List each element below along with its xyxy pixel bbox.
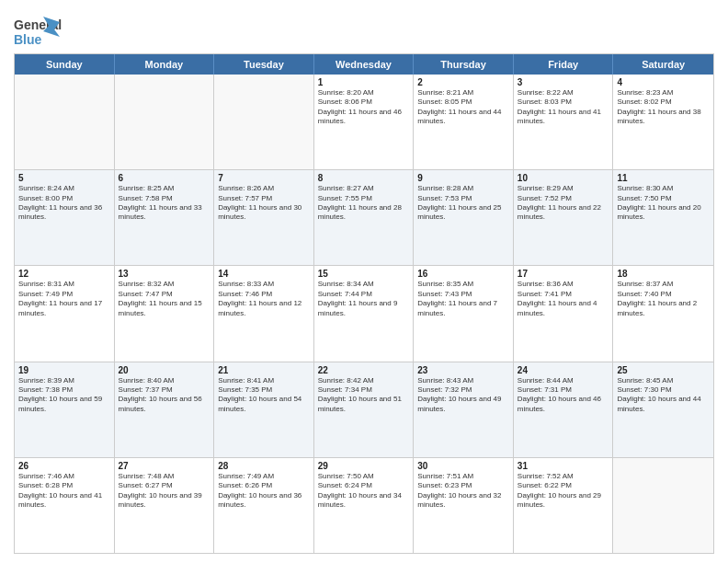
day-number: 22 <box>318 365 410 375</box>
day-cell-27: 27Sunrise: 7:48 AM Sunset: 6:27 PM Dayli… <box>115 458 215 553</box>
empty-cell <box>15 75 115 169</box>
day-number: 7 <box>218 173 310 183</box>
cell-info: Sunrise: 8:42 AM Sunset: 7:34 PM Dayligh… <box>318 376 410 415</box>
calendar-row-0: 1Sunrise: 8:20 AM Sunset: 8:06 PM Daylig… <box>15 75 713 169</box>
day-cell-3: 3Sunrise: 8:22 AM Sunset: 8:03 PM Daylig… <box>514 75 614 169</box>
day-number: 13 <box>119 269 210 279</box>
header-day-monday: Monday <box>115 54 215 75</box>
day-number: 21 <box>218 365 310 375</box>
day-cell-31: 31Sunrise: 7:52 AM Sunset: 6:22 PM Dayli… <box>514 458 614 553</box>
day-cell-26: 26Sunrise: 7:46 AM Sunset: 6:28 PM Dayli… <box>15 458 115 553</box>
cell-info: Sunrise: 8:27 AM Sunset: 7:55 PM Dayligh… <box>318 184 410 223</box>
cell-info: Sunrise: 8:43 AM Sunset: 7:32 PM Dayligh… <box>417 376 509 415</box>
day-number: 23 <box>417 365 509 375</box>
cell-info: Sunrise: 8:28 AM Sunset: 7:53 PM Dayligh… <box>417 184 509 223</box>
day-number: 9 <box>417 173 509 183</box>
calendar-header: SundayMondayTuesdayWednesdayThursdayFrid… <box>15 54 713 75</box>
day-number: 6 <box>119 173 210 183</box>
day-number: 5 <box>18 173 110 183</box>
cell-info: Sunrise: 8:30 AM Sunset: 7:50 PM Dayligh… <box>617 184 710 223</box>
day-number: 25 <box>617 365 710 375</box>
cell-info: Sunrise: 8:25 AM Sunset: 7:58 PM Dayligh… <box>119 184 210 223</box>
day-cell-1: 1Sunrise: 8:20 AM Sunset: 8:06 PM Daylig… <box>314 75 415 169</box>
header-day-sunday: Sunday <box>15 54 115 75</box>
cell-info: Sunrise: 8:24 AM Sunset: 8:00 PM Dayligh… <box>18 184 110 223</box>
header-day-tuesday: Tuesday <box>214 54 314 75</box>
calendar-row-4: 26Sunrise: 7:46 AM Sunset: 6:28 PM Dayli… <box>15 457 713 553</box>
day-number: 14 <box>218 269 310 279</box>
page: General Blue SundayMondayTuesdayWednesda… <box>0 0 728 563</box>
day-cell-28: 28Sunrise: 7:49 AM Sunset: 6:26 PM Dayli… <box>214 458 314 553</box>
day-number: 16 <box>417 269 509 279</box>
cell-info: Sunrise: 8:32 AM Sunset: 7:47 PM Dayligh… <box>119 280 210 318</box>
day-cell-7: 7Sunrise: 8:26 AM Sunset: 7:57 PM Daylig… <box>214 170 314 265</box>
day-cell-20: 20Sunrise: 8:40 AM Sunset: 7:37 PM Dayli… <box>115 362 215 457</box>
calendar-row-1: 5Sunrise: 8:24 AM Sunset: 8:00 PM Daylig… <box>15 169 713 265</box>
calendar-row-3: 19Sunrise: 8:39 AM Sunset: 7:38 PM Dayli… <box>15 362 713 457</box>
cell-info: Sunrise: 8:34 AM Sunset: 7:44 PM Dayligh… <box>318 280 410 318</box>
day-number: 30 <box>417 461 509 471</box>
day-cell-2: 2Sunrise: 8:21 AM Sunset: 8:05 PM Daylig… <box>414 75 514 169</box>
cell-info: Sunrise: 7:49 AM Sunset: 6:26 PM Dayligh… <box>218 472 310 511</box>
cell-info: Sunrise: 7:51 AM Sunset: 6:23 PM Dayligh… <box>417 472 509 511</box>
day-cell-10: 10Sunrise: 8:29 AM Sunset: 7:52 PM Dayli… <box>514 170 614 265</box>
day-cell-29: 29Sunrise: 7:50 AM Sunset: 6:24 PM Dayli… <box>314 458 415 553</box>
cell-info: Sunrise: 8:23 AM Sunset: 8:02 PM Dayligh… <box>617 88 710 127</box>
cell-info: Sunrise: 8:20 AM Sunset: 8:06 PM Dayligh… <box>318 88 410 127</box>
cell-info: Sunrise: 8:40 AM Sunset: 7:37 PM Dayligh… <box>119 376 210 415</box>
day-number: 4 <box>617 77 710 87</box>
cell-info: Sunrise: 8:31 AM Sunset: 7:49 PM Dayligh… <box>18 280 110 318</box>
day-number: 11 <box>617 173 710 183</box>
svg-text:Blue: Blue <box>14 32 42 47</box>
cell-info: Sunrise: 8:29 AM Sunset: 7:52 PM Dayligh… <box>518 184 609 223</box>
cell-info: Sunrise: 8:37 AM Sunset: 7:40 PM Dayligh… <box>617 280 710 318</box>
cell-info: Sunrise: 8:21 AM Sunset: 8:05 PM Dayligh… <box>417 88 509 127</box>
cell-info: Sunrise: 8:22 AM Sunset: 8:03 PM Dayligh… <box>518 88 609 127</box>
day-cell-24: 24Sunrise: 8:44 AM Sunset: 7:31 PM Dayli… <box>514 362 614 457</box>
day-number: 17 <box>518 269 609 279</box>
day-number: 24 <box>518 365 609 375</box>
day-cell-17: 17Sunrise: 8:36 AM Sunset: 7:41 PM Dayli… <box>514 266 614 361</box>
cell-info: Sunrise: 8:36 AM Sunset: 7:41 PM Dayligh… <box>518 280 609 318</box>
calendar: SundayMondayTuesdayWednesdayThursdayFrid… <box>14 53 714 554</box>
empty-cell <box>115 75 215 169</box>
cell-info: Sunrise: 8:35 AM Sunset: 7:43 PM Dayligh… <box>417 280 509 318</box>
day-cell-4: 4Sunrise: 8:23 AM Sunset: 8:02 PM Daylig… <box>613 75 713 169</box>
header-day-saturday: Saturday <box>613 54 713 75</box>
day-cell-14: 14Sunrise: 8:33 AM Sunset: 7:46 PM Dayli… <box>214 266 314 361</box>
cell-info: Sunrise: 7:46 AM Sunset: 6:28 PM Dayligh… <box>18 472 110 511</box>
day-number: 26 <box>18 461 110 471</box>
calendar-row-2: 12Sunrise: 8:31 AM Sunset: 7:49 PM Dayli… <box>15 265 713 361</box>
cell-info: Sunrise: 7:52 AM Sunset: 6:22 PM Dayligh… <box>518 472 609 511</box>
cell-info: Sunrise: 8:26 AM Sunset: 7:57 PM Dayligh… <box>218 184 310 223</box>
cell-info: Sunrise: 8:45 AM Sunset: 7:30 PM Dayligh… <box>617 376 710 415</box>
day-number: 29 <box>318 461 410 471</box>
day-cell-23: 23Sunrise: 8:43 AM Sunset: 7:32 PM Dayli… <box>414 362 514 457</box>
day-number: 15 <box>318 269 410 279</box>
day-cell-9: 9Sunrise: 8:28 AM Sunset: 7:53 PM Daylig… <box>414 170 514 265</box>
day-cell-11: 11Sunrise: 8:30 AM Sunset: 7:50 PM Dayli… <box>613 170 713 265</box>
day-cell-18: 18Sunrise: 8:37 AM Sunset: 7:40 PM Dayli… <box>613 266 713 361</box>
cell-info: Sunrise: 8:39 AM Sunset: 7:38 PM Dayligh… <box>18 376 110 415</box>
day-cell-6: 6Sunrise: 8:25 AM Sunset: 7:58 PM Daylig… <box>115 170 215 265</box>
day-cell-15: 15Sunrise: 8:34 AM Sunset: 7:44 PM Dayli… <box>314 266 415 361</box>
header-day-friday: Friday <box>514 54 614 75</box>
calendar-body: 1Sunrise: 8:20 AM Sunset: 8:06 PM Daylig… <box>15 75 713 553</box>
day-cell-5: 5Sunrise: 8:24 AM Sunset: 8:00 PM Daylig… <box>15 170 115 265</box>
day-cell-19: 19Sunrise: 8:39 AM Sunset: 7:38 PM Dayli… <box>15 362 115 457</box>
logo: General Blue <box>14 13 64 48</box>
day-number: 20 <box>119 365 210 375</box>
day-cell-30: 30Sunrise: 7:51 AM Sunset: 6:23 PM Dayli… <box>414 458 514 553</box>
empty-cell <box>613 458 713 553</box>
cell-info: Sunrise: 7:50 AM Sunset: 6:24 PM Dayligh… <box>318 472 410 511</box>
day-cell-13: 13Sunrise: 8:32 AM Sunset: 7:47 PM Dayli… <box>115 266 215 361</box>
empty-cell <box>214 75 314 169</box>
day-number: 8 <box>318 173 410 183</box>
day-number: 2 <box>417 77 509 87</box>
day-number: 19 <box>18 365 110 375</box>
day-number: 18 <box>617 269 710 279</box>
logo-svg: General Blue <box>14 13 64 48</box>
cell-info: Sunrise: 8:41 AM Sunset: 7:35 PM Dayligh… <box>218 376 310 415</box>
cell-info: Sunrise: 8:44 AM Sunset: 7:31 PM Dayligh… <box>518 376 609 415</box>
day-cell-21: 21Sunrise: 8:41 AM Sunset: 7:35 PM Dayli… <box>214 362 314 457</box>
